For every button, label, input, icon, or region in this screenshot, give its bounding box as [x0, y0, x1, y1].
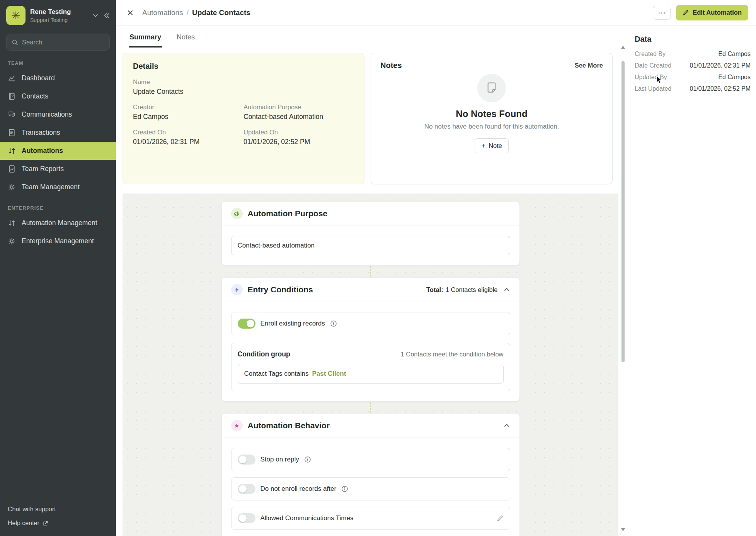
collapse-entry-conditions-button[interactable]	[503, 286, 510, 293]
details-card: Details Name Update Contacts Creator Ed …	[123, 53, 364, 184]
vertical-scrollbar	[620, 25, 626, 536]
purpose-label: Automation Purpose	[243, 103, 354, 111]
flow-connector	[370, 266, 371, 277]
nav-section-enterprise: ENTERPRISE	[0, 202, 116, 214]
flow-connector	[370, 402, 371, 413]
empty-notes-icon-circle	[477, 74, 506, 102]
sidebar-item-automation-management[interactable]: Automation Management	[0, 214, 116, 232]
see-more-link[interactable]: See More	[575, 62, 603, 69]
collapse-behavior-button[interactable]	[503, 422, 510, 429]
entry-conditions-body: Enroll existing records Condition group …	[222, 302, 519, 401]
notes-card: Notes See More No Notes Found No notes h…	[371, 53, 613, 184]
help-center-link[interactable]: Help center	[8, 520, 108, 527]
search-input[interactable]	[22, 39, 104, 46]
updated-on-value: 01/01/2026, 02:52 PM	[243, 138, 354, 146]
sidebar-item-label: Team Management	[22, 183, 80, 191]
breadcrumb: Automations / Update Contacts	[142, 8, 250, 17]
main-area: Automations / Update Contacts ⋯ Edit Aut…	[116, 0, 756, 536]
help-center-label: Help center	[8, 520, 39, 527]
sidebar-item-communications[interactable]: Communications	[0, 105, 116, 124]
tab-notes[interactable]: Notes	[176, 29, 196, 47]
workspace-logo-icon: ✳	[6, 6, 26, 25]
tab-summary[interactable]: Summary	[129, 29, 162, 47]
enroll-existing-records-toggle[interactable]	[238, 319, 255, 329]
add-note-button[interactable]: + Note	[475, 138, 509, 153]
breadcrumb-automations[interactable]: Automations	[142, 8, 183, 17]
automation-purpose-input[interactable]: Contact-based automation	[231, 236, 510, 255]
condition-row[interactable]: Contact Tags contains Past Client	[238, 364, 504, 384]
sidebar-item-dashboard[interactable]: Dashboard	[0, 69, 116, 87]
no-notes-found-title: No Notes Found	[456, 109, 527, 119]
sidebar-item-label: Team Reports	[22, 165, 64, 173]
created-on-label: Created On	[133, 129, 243, 136]
collapse-sidebar-icon[interactable]	[103, 12, 110, 19]
condition-group: Condition group 1 Contacts meet the cond…	[231, 343, 510, 391]
sidebar-item-team-management[interactable]: Team Management	[0, 178, 116, 196]
workspace-info: Rene Testing Support Testing	[30, 8, 88, 23]
close-button[interactable]	[124, 6, 137, 19]
info-icon[interactable]	[330, 320, 337, 327]
name-label: Name	[133, 78, 354, 86]
last-updated-label: Last Updated	[635, 85, 671, 92]
details-name-field: Name Update Contacts	[133, 78, 354, 96]
communications-icon	[8, 110, 16, 119]
workspace-name: Rene Testing	[30, 8, 88, 16]
breadcrumb-separator: /	[187, 8, 189, 17]
data-row-date-created: Date Created 01/01/2026, 02:31 PM	[635, 62, 751, 69]
sidebar-item-label: Contacts	[22, 92, 48, 100]
info-icon[interactable]	[304, 456, 311, 463]
chevron-up-icon	[503, 422, 510, 429]
search-box[interactable]	[6, 34, 110, 51]
details-grid: Creator Ed Campos Automation Purpose Con…	[133, 96, 354, 146]
content-column: Summary Notes Details Name Update Contac…	[116, 25, 620, 536]
sidebar-nav: TEAM Dashboard Contacts Communications T…	[0, 57, 116, 250]
scroll-down-arrow[interactable]	[621, 528, 625, 531]
notes-title: Notes	[380, 61, 402, 70]
sidebar-item-enterprise-management[interactable]: Enterprise Management	[0, 232, 116, 250]
do-not-enroll-toggle[interactable]	[238, 484, 255, 494]
sidebar-item-contacts[interactable]: Contacts	[0, 87, 116, 105]
sidebar-item-label: Automation Management	[22, 219, 97, 227]
info-icon[interactable]	[341, 485, 348, 492]
entry-conditions-title: Entry Conditions	[248, 285, 313, 294]
edit-times-pencil-icon[interactable]	[497, 515, 504, 522]
sidebar-item-label: Automations	[22, 147, 63, 155]
note-document-icon	[485, 82, 498, 94]
sidebar-footer: Chat with support Help center	[0, 506, 116, 536]
stop-on-reply-toggle[interactable]	[238, 455, 255, 465]
sidebar-item-team-reports[interactable]: Team Reports	[0, 160, 116, 178]
transactions-icon	[8, 129, 16, 137]
scroll-up-arrow[interactable]	[621, 46, 625, 49]
chat-with-support-link[interactable]: Chat with support	[8, 506, 108, 513]
data-row-created-by: Created By Ed Campos	[635, 51, 751, 58]
enroll-existing-records-label: Enroll existing records	[261, 320, 325, 327]
sidebar-item-automations[interactable]: Automations	[0, 142, 116, 160]
allowed-communications-times-toggle[interactable]	[238, 513, 255, 523]
entry-conditions-card: Entry Conditions Total: 1 Contacts eligi…	[221, 277, 520, 402]
sidebar-item-label: Communications	[22, 110, 72, 119]
workspace-switcher[interactable]: ✳ Rene Testing Support Testing	[0, 0, 116, 29]
edit-automation-button[interactable]: Edit Automation	[676, 5, 748, 20]
condition-group-title: Condition group	[238, 350, 290, 358]
updated-on-field: Updated On 01/01/2026, 02:52 PM	[243, 129, 354, 146]
notes-card-header: Notes See More	[380, 61, 603, 70]
automation-purpose-card: Automation Purpose Contact-based automat…	[221, 201, 520, 266]
entry-conditions-header: Entry Conditions Total: 1 Contacts eligi…	[222, 278, 519, 302]
total-label: Total:	[426, 286, 443, 293]
automation-behavior-title: Automation Behavior	[248, 421, 330, 430]
more-actions-button[interactable]: ⋯	[653, 6, 671, 20]
allowed-communications-times-row: Allowed Communications Times	[231, 507, 510, 530]
creator-label: Creator	[133, 103, 243, 111]
dashboard-icon	[8, 74, 16, 82]
chevron-down-icon[interactable]	[92, 12, 99, 19]
updated-on-label: Updated On	[243, 129, 354, 136]
purpose-icon	[231, 208, 243, 219]
chevron-up-icon	[503, 286, 510, 293]
allowed-communications-times-label: Allowed Communications Times	[261, 514, 354, 522]
sidebar-item-label: Enterprise Management	[22, 237, 94, 245]
condition-text: Contact Tags contains	[244, 370, 309, 378]
data-row-updated-by: Updated By Ed Campos	[635, 74, 751, 81]
page-title: Update Contacts	[192, 8, 250, 17]
sidebar-item-transactions[interactable]: Transactions	[0, 124, 116, 142]
scrollbar-thumb[interactable]	[621, 61, 625, 362]
